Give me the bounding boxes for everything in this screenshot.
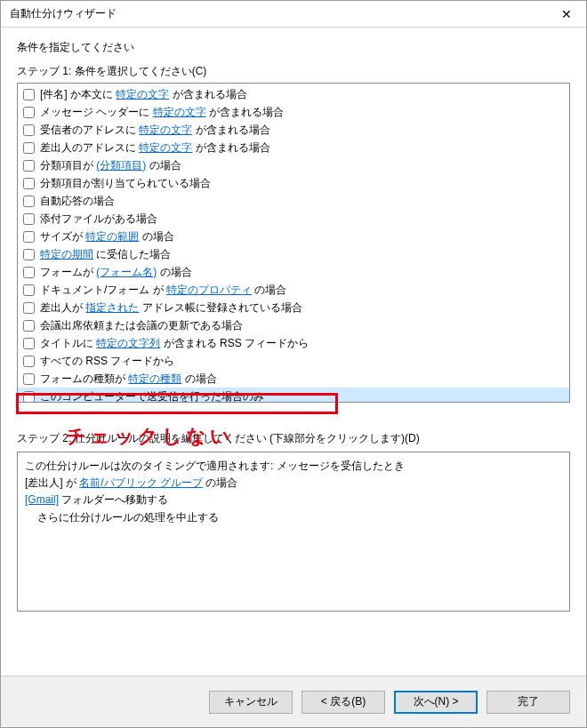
condition-text: フォームが (フォーム名) の場合 [40, 265, 192, 280]
condition-text: メッセージ ヘッダーに 特定の文字 が含まれる場合 [40, 105, 284, 120]
condition-row[interactable]: サイズが 特定の範囲 の場合 [18, 228, 569, 245]
condition-row[interactable]: 分類項目が割り当てられている場合 [18, 174, 569, 192]
condition-param-link[interactable]: (フォーム名) [96, 266, 157, 278]
condition-checkbox[interactable] [23, 356, 35, 367]
condition-text: このコンピューターで送受信を行った場合のみ [40, 389, 264, 404]
condition-row[interactable]: [件名] か本文に 特定の文字 が含まれる場合 [18, 85, 569, 103]
back-button[interactable]: < 戻る(B) [302, 691, 385, 714]
condition-text: 差出人が 指定された アドレス帳に登録されている場合 [40, 300, 302, 316]
condition-param-link[interactable]: 特定の文字 [139, 124, 192, 136]
condition-checkbox[interactable] [23, 267, 35, 278]
condition-row[interactable]: メッセージ ヘッダーに 特定の文字 が含まれる場合 [18, 103, 569, 121]
condition-param-link[interactable]: 特定の文字 [153, 106, 206, 118]
condition-checkbox[interactable] [23, 284, 35, 296]
condition-text: 受信者のアドレスに 特定の文字 が含まれる場合 [40, 123, 270, 138]
next-button[interactable]: 次へ(N) > [394, 691, 478, 714]
condition-row[interactable]: 自動応答の場合 [18, 192, 569, 210]
condition-row[interactable]: 受信者のアドレスに 特定の文字 が含まれる場合 [18, 121, 569, 139]
desc-line-timing: この仕分けルールは次のタイミングで適用されます: メッセージを受信したとき [25, 458, 562, 475]
condition-text: 分類項目が (分類項目) の場合 [40, 158, 181, 173]
condition-checkbox[interactable] [23, 124, 35, 136]
condition-text: ドキュメント/フォーム が 特定のプロパティ の場合 [40, 283, 286, 298]
condition-param-link[interactable]: 指定された [85, 301, 139, 314]
rule-description-box[interactable]: この仕分けルールは次のタイミングで適用されます: メッセージを受信したとき [差… [17, 452, 570, 612]
condition-checkbox[interactable] [23, 391, 35, 403]
condition-checkbox[interactable] [23, 89, 35, 100]
sender-group-link[interactable]: 名前/パブリック グループ [79, 476, 203, 489]
condition-text: フォームの種類が 特定の種類 の場合 [40, 372, 217, 387]
condition-checkbox[interactable] [23, 142, 35, 154]
cancel-button[interactable]: キャンセル [209, 691, 293, 714]
condition-text: 自動応答の場合 [40, 194, 115, 209]
heading-text: 条件を指定してください [17, 40, 570, 55]
condition-row[interactable]: すべての RSS フィードから [18, 352, 569, 370]
condition-param-link[interactable]: 特定の範囲 [85, 230, 139, 243]
condition-row[interactable]: 差出人のアドレスに 特定の文字 が含まれる場合 [18, 139, 569, 156]
gmail-folder-link[interactable]: [Gmail] [25, 493, 59, 506]
dialog-content: 条件を指定してください ステップ 1: 条件を選択してください(C) [件名] … [1, 28, 586, 676]
condition-param-link[interactable]: 特定の期間 [40, 248, 93, 260]
condition-row[interactable]: ドキュメント/フォーム が 特定のプロパティ の場合 [18, 281, 569, 299]
condition-text: 差出人のアドレスに 特定の文字 が含まれる場合 [40, 140, 270, 156]
condition-row[interactable]: 特定の期間 に受信した場合 [18, 245, 569, 263]
condition-param-link[interactable]: 特定の文字 [139, 141, 192, 154]
condition-text: 会議出席依頼または会議の更新である場合 [40, 318, 243, 333]
condition-param-link[interactable]: 特定の文字列 [96, 337, 160, 349]
close-icon: ✕ [561, 7, 572, 21]
condition-row[interactable]: 分類項目が (分類項目) の場合 [18, 156, 569, 174]
condition-checkbox[interactable] [23, 213, 35, 225]
condition-text: タイトルに 特定の文字列 が含まれる RSS フィードから [40, 336, 309, 351]
desc-line-move: [Gmail] フォルダーへ移動する [25, 492, 562, 508]
condition-text: 特定の期間 に受信した場合 [40, 247, 171, 262]
wizard-dialog: 自動仕分けウィザード ✕ 条件を指定してください ステップ 1: 条件を選択して… [0, 0, 587, 728]
desc-line-stop: さらに仕分けルールの処理を中止する [25, 509, 562, 526]
condition-row[interactable]: フォームが (フォーム名) の場合 [18, 263, 569, 281]
condition-row[interactable]: タイトルに 特定の文字列 が含まれる RSS フィードから [18, 334, 569, 352]
condition-checkbox[interactable] [23, 338, 35, 349]
condition-param-link[interactable]: 特定のプロパティ [166, 284, 252, 296]
condition-param-link[interactable]: 特定の種類 [128, 372, 181, 385]
condition-checkbox[interactable] [23, 302, 35, 314]
condition-checkbox[interactable] [23, 231, 35, 243]
condition-row[interactable]: 会議出席依頼または会議の更新である場合 [18, 316, 569, 334]
condition-text: [件名] か本文に 特定の文字 が含まれる場合 [40, 87, 247, 102]
condition-text: 分類項目が割り当てられている場合 [40, 176, 211, 191]
conditions-listbox[interactable]: [件名] か本文に 特定の文字 が含まれる場合メッセージ ヘッダーに 特定の文字… [17, 83, 570, 403]
condition-checkbox[interactable] [23, 373, 35, 385]
condition-checkbox[interactable] [23, 320, 35, 332]
window-title: 自動仕分けウィザード [10, 6, 117, 21]
condition-text: サイズが 特定の範囲 の場合 [40, 229, 174, 244]
condition-row[interactable]: 差出人が 指定された アドレス帳に登録されている場合 [18, 299, 569, 316]
close-button[interactable]: ✕ [547, 1, 586, 28]
condition-text: 添付ファイルがある場合 [40, 212, 157, 227]
condition-row[interactable]: 添付ファイルがある場合 [18, 210, 569, 228]
titlebar: 自動仕分けウィザード ✕ [1, 1, 586, 28]
condition-row[interactable]: フォームの種類が 特定の種類 の場合 [18, 370, 569, 388]
condition-checkbox[interactable] [23, 196, 35, 207]
condition-checkbox[interactable] [23, 178, 35, 189]
condition-row[interactable]: このコンピューターで送受信を行った場合のみ [18, 388, 569, 403]
finish-button[interactable]: 完了 [486, 691, 570, 714]
condition-param-link[interactable]: 特定の文字 [116, 88, 169, 100]
step1-label: ステップ 1: 条件を選択してください(C) [17, 64, 570, 79]
condition-param-link[interactable]: (分類項目) [96, 159, 146, 172]
condition-text: すべての RSS フィードから [40, 354, 174, 369]
step2-label: ステップ 2: 仕分けルールの説明を編集してください (下線部分をクリックします… [17, 431, 570, 446]
button-row: キャンセル < 戻る(B) 次へ(N) > 完了 [1, 676, 586, 727]
condition-checkbox[interactable] [23, 249, 35, 260]
condition-checkbox[interactable] [23, 107, 35, 118]
desc-line-sender: [差出人] が 名前/パブリック グループ の場合 [25, 475, 562, 492]
condition-checkbox[interactable] [23, 160, 35, 172]
